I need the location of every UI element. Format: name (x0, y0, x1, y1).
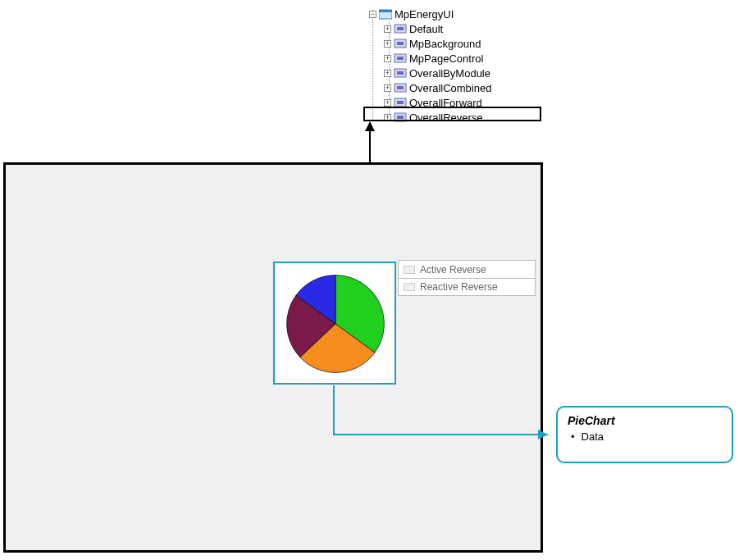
tree-node[interactable]: + OverallByModule (369, 66, 541, 80)
component-icon (394, 23, 407, 34)
tree-label: OverallByModule (409, 67, 490, 80)
plus-icon[interactable]: + (384, 70, 391, 77)
tree-indent (369, 36, 384, 51)
arrow-down-icon (367, 121, 372, 164)
tree-node[interactable]: + MpBackground (369, 36, 541, 51)
svg-rect-7 (397, 57, 404, 60)
tree-node[interactable]: + MpPageControl (369, 51, 541, 66)
plus-icon[interactable]: + (384, 55, 391, 62)
tree-indent (369, 51, 384, 66)
tree-label: MpPageControl (409, 52, 483, 65)
legend: Active Reverse Reactive Reverse (398, 260, 536, 296)
pie-chart-frame[interactable] (273, 262, 396, 385)
tree-label: MpBackground (409, 38, 481, 50)
folder-icon (379, 8, 392, 20)
component-icon (394, 112, 407, 123)
tree-node[interactable]: + Default (369, 21, 541, 36)
legend-label: Active Reverse (420, 264, 486, 275)
component-icon (394, 97, 407, 108)
svg-rect-3 (397, 27, 404, 30)
tree-indent (369, 80, 384, 95)
svg-rect-15 (397, 116, 404, 119)
component-icon (394, 38, 407, 49)
tree-label: OverallCombined (409, 82, 491, 94)
legend-label: Reactive Reverse (420, 281, 498, 293)
svg-rect-13 (397, 101, 404, 104)
tree-view: − MpEnergyUI + Default + MpBackground + … (369, 7, 541, 125)
minus-icon[interactable]: − (369, 11, 376, 18)
tree-label: MpEnergyUI (395, 8, 454, 20)
preview-canvas: Active Reverse Reactive Reverse (3, 162, 543, 553)
plus-icon[interactable]: + (384, 99, 391, 107)
plus-icon[interactable]: + (384, 40, 391, 48)
legend-item[interactable]: Reactive Reverse (398, 278, 536, 296)
tree-indent (369, 110, 384, 125)
legend-swatch (404, 266, 415, 274)
plus-icon[interactable]: + (384, 114, 391, 121)
callout: PieChart Data (556, 406, 733, 463)
callout-title: PieChart (568, 414, 722, 427)
component-icon (394, 52, 407, 64)
tree-indent (369, 66, 384, 80)
legend-item[interactable]: Active Reverse (398, 260, 536, 278)
component-icon (394, 82, 407, 93)
component-icon (394, 67, 407, 79)
tree-label: Default (409, 23, 443, 35)
tree-indent (369, 21, 384, 36)
plus-icon[interactable]: + (384, 84, 391, 92)
tree-node[interactable]: + OverallForward (369, 95, 541, 110)
tree-indent (369, 95, 384, 110)
tree-node-root[interactable]: − MpEnergyUI (369, 7, 541, 21)
callout-item: Data (568, 430, 722, 443)
pie-chart (281, 270, 390, 378)
tree-node[interactable]: + OverallCombined (369, 80, 541, 95)
svg-rect-9 (397, 71, 404, 75)
legend-swatch (404, 283, 415, 291)
svg-rect-5 (397, 42, 404, 45)
svg-rect-11 (397, 86, 404, 89)
plus-icon[interactable]: + (384, 25, 391, 33)
tree-label: OverallForward (409, 97, 482, 109)
tree-node-selected[interactable]: + OverallReverse (369, 110, 541, 125)
svg-rect-1 (379, 10, 392, 12)
tree-label: OverallReverse (409, 112, 483, 124)
